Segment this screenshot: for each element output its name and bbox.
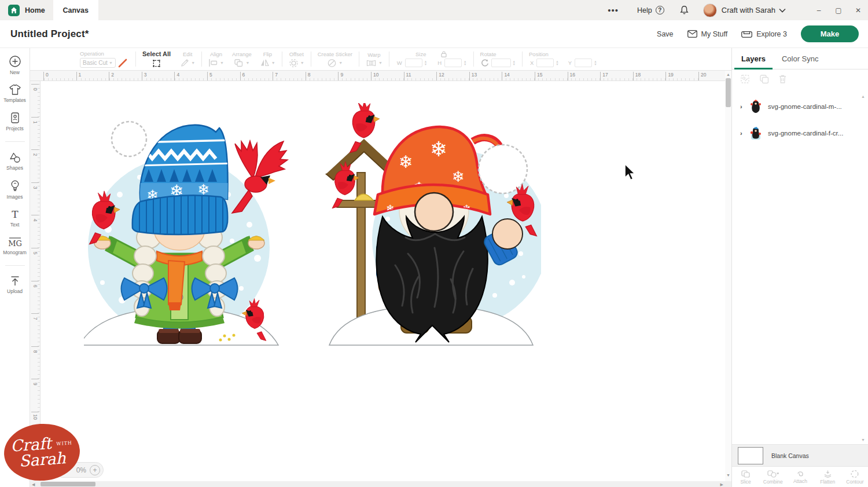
position-y-stepper[interactable]: ▲▼ <box>594 60 597 65</box>
ruler-number: 0 <box>31 84 39 92</box>
rotate-input[interactable] <box>491 58 511 67</box>
sidebar-item-images[interactable]: Images <box>0 180 30 200</box>
rotate-group: Rotate ▲▼ <box>480 51 516 67</box>
pen-color-icon[interactable] <box>117 58 129 68</box>
account-avatar[interactable] <box>703 3 717 17</box>
duplicate-icon[interactable] <box>759 74 769 84</box>
create-sticker-button[interactable]: ▼ <box>327 58 343 68</box>
warp-button[interactable]: ▼ <box>366 59 382 67</box>
panel-tabs: Layers Color Sync <box>732 48 868 69</box>
toolbar-divider <box>473 52 474 67</box>
sticker-icon <box>327 58 337 68</box>
sidebar-item-text[interactable]: T Text <box>0 208 30 228</box>
my-stuff-button[interactable]: My Stuff <box>687 30 728 38</box>
operation-select[interactable]: Basic Cut▼ <box>80 58 116 68</box>
account-name[interactable]: Craft with Sarah <box>722 6 775 14</box>
size-group: Size W ▲▼ H ▲▼ <box>396 51 467 67</box>
ruler-number: 11 <box>404 72 411 80</box>
svg-text:T: T <box>12 208 19 220</box>
layer-expand-chevron[interactable]: › <box>740 103 749 110</box>
rotate-icon[interactable] <box>480 58 490 67</box>
mouse-cursor <box>624 163 635 181</box>
ruler-number: 6 <box>240 72 245 80</box>
artwork-gnome-male-red[interactable]: ❄ ❄ ❄ ❄ ❄ ❄ ❄ <box>321 103 541 346</box>
align-button[interactable]: ▼ <box>208 58 224 67</box>
sidebar-item-new[interactable]: New <box>0 55 30 75</box>
layer-row-2[interactable]: › svg-gnome-cardinal-f-cr... <box>732 120 868 147</box>
artwork-gnome-female-blue[interactable]: ❄ ❄ ❄ <box>84 109 292 346</box>
window-restore-button[interactable]: ▢ <box>829 0 848 20</box>
sidebar-item-monogram[interactable]: MG Monogram <box>0 236 30 255</box>
combine-button[interactable]: Combine <box>759 467 786 487</box>
size-w-stepper[interactable]: ▲▼ <box>424 60 427 65</box>
ruler-number: 15 <box>535 72 542 80</box>
position-x-stepper[interactable]: ▲▼ <box>556 60 558 65</box>
scroll-down-arrow[interactable]: ▼ <box>726 473 730 477</box>
monogram-icon: MG <box>8 236 23 248</box>
scroll-right-arrow[interactable]: ▶ <box>720 482 723 487</box>
account-chevron-down-icon[interactable] <box>779 8 786 13</box>
flip-button[interactable]: ▼ <box>260 58 275 67</box>
size-h-input[interactable] <box>444 58 462 67</box>
design-canvas[interactable]: 01234567891011121314151617181920 0123456… <box>30 71 731 487</box>
scroll-up-arrow[interactable]: ▲ <box>726 72 730 76</box>
horizontal-scrollbar[interactable]: ◀ ▶ <box>30 481 731 487</box>
flatten-button[interactable]: Flatten <box>814 467 841 487</box>
ruler-number: 8 <box>306 72 311 80</box>
vertical-scrollbar[interactable]: ▲ ▼ <box>725 71 731 481</box>
top-bar: Home Canvas ••• Help ? Craft with Sarah … <box>0 0 868 20</box>
make-button[interactable]: Make <box>801 25 859 42</box>
project-title[interactable]: Untitled Project* <box>10 28 89 40</box>
sidebar-item-shapes[interactable]: Shapes <box>0 152 30 171</box>
ruler-number: 14 <box>502 72 509 80</box>
notifications-bell-icon[interactable] <box>679 5 689 15</box>
layer-row-1[interactable]: › svg-gnome-cardinal-m-... <box>732 93 868 120</box>
window-minimize-button[interactable]: – <box>809 0 829 20</box>
project-header: Untitled Project* Save My Stuff Explore … <box>0 20 868 48</box>
att ach-button[interactable]: Attach <box>786 467 814 487</box>
sidebar-item-projects[interactable]: Projects <box>0 112 30 131</box>
slice-button[interactable]: Slice <box>732 467 759 487</box>
sidebar-item-templates[interactable]: Templates <box>0 84 30 103</box>
position-x-input[interactable] <box>536 58 554 67</box>
ruler-number: 1 <box>76 72 82 80</box>
ruler-number: 9 <box>338 72 343 80</box>
edit-button[interactable]: ▼ <box>180 58 195 68</box>
blank-canvas-row[interactable]: Blank Canvas <box>732 444 868 466</box>
tab-color-sync[interactable]: Color Sync <box>782 48 819 69</box>
help-button[interactable]: Help ? <box>637 6 664 14</box>
topbar-right: ••• Help ? Craft with Sarah – ▢ ✕ <box>608 0 868 20</box>
left-sidebar: New Templates Projects Shapes Images T T… <box>0 48 30 487</box>
tab-layers[interactable]: Layers <box>741 48 766 69</box>
layers-scroll-down-arrow[interactable]: ▼ <box>861 438 865 442</box>
sidebar-divider <box>5 265 25 266</box>
overflow-menu-icon[interactable]: ••• <box>608 5 619 15</box>
explore-machine-button[interactable]: Explore 3 <box>741 30 787 38</box>
save-button[interactable]: Save <box>657 30 674 38</box>
size-lock-icon[interactable] <box>441 51 447 57</box>
home-icon <box>8 5 20 16</box>
tab-home[interactable]: Home <box>0 0 53 20</box>
rotate-stepper[interactable]: ▲▼ <box>513 60 516 65</box>
group-icon[interactable] <box>740 74 750 84</box>
scroll-left-arrow[interactable]: ◀ <box>32 482 35 487</box>
delete-trash-icon[interactable] <box>778 74 787 84</box>
sidebar-label: Text <box>10 222 20 228</box>
horizontal-scroll-thumb[interactable] <box>41 482 95 486</box>
ruler-number: 18 <box>633 72 641 80</box>
position-y-input[interactable] <box>575 58 592 67</box>
combine-label: Combine <box>763 479 783 485</box>
zoom-in-button[interactable]: + <box>90 465 100 475</box>
window-close-button[interactable]: ✕ <box>848 0 868 20</box>
vertical-scroll-thumb[interactable] <box>726 78 731 107</box>
layer-expand-chevron[interactable]: › <box>740 130 749 137</box>
contour-button[interactable]: Contour <box>841 467 868 487</box>
size-h-stepper[interactable]: ▲▼ <box>464 60 466 65</box>
arrange-button[interactable]: ▼ <box>234 58 249 67</box>
sidebar-item-upload[interactable]: Upload <box>0 276 30 294</box>
tab-canvas[interactable]: Canvas <box>53 0 98 20</box>
ruler-number: 0 <box>43 72 49 80</box>
offset-button[interactable]: ▼ <box>289 58 304 68</box>
size-w-input[interactable] <box>405 58 422 67</box>
select-all-icon[interactable] <box>151 58 162 68</box>
